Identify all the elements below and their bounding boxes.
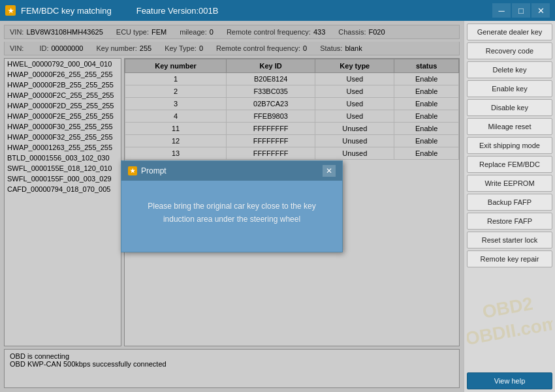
modal-icon: ★ — [128, 166, 137, 175]
right-btn-exit-shipping-mode[interactable]: Exit shipping mode — [467, 137, 552, 154]
modal-body: Please bring the original car key close … — [121, 181, 342, 251]
right-btn-write-eeprom[interactable]: Write EEPROM — [467, 175, 552, 192]
view-help-button[interactable]: View help — [467, 372, 552, 389]
modal-overlay: ★ Prompt ✕ Please bring the original car… — [0, 21, 464, 392]
right-panel: Generate dealer keyRecovery codeDelete k… — [464, 21, 555, 392]
title-bar: ★ FEM/BDC key matching Feature Version:0… — [0, 0, 555, 21]
modal-title-left: ★ Prompt — [128, 166, 166, 175]
minimize-button[interactable]: ─ — [492, 3, 511, 18]
maximize-button[interactable]: □ — [512, 3, 530, 18]
watermark: OBD2OBDII.com — [467, 288, 552, 352]
right-btn-delete-key[interactable]: Delete key — [467, 61, 552, 78]
right-btn-restore-fafp[interactable]: Restore FAFP — [467, 213, 552, 230]
close-button[interactable]: ✕ — [531, 3, 550, 18]
modal-close-button[interactable]: ✕ — [323, 165, 336, 177]
right-btn-remote-key-repair[interactable]: Remote key repair — [467, 250, 552, 267]
modal-message: Please bring the original car key close … — [148, 202, 315, 223]
modal-titlebar: ★ Prompt ✕ — [121, 161, 342, 181]
right-btn-replace-fem/bdc[interactable]: Replace FEM/BDC — [467, 156, 552, 173]
right-btn-mileage-reset[interactable]: Mileage reset — [467, 118, 552, 135]
title-bar-left: ★ FEM/BDC key matching Feature Version:0… — [5, 5, 218, 16]
watermark-area: OBD2OBDII.com — [467, 269, 552, 370]
prompt-modal: ★ Prompt ✕ Please bring the original car… — [121, 160, 343, 252]
window-title: FEM/BDC key matching — [21, 6, 112, 16]
window-controls: ─ □ ✕ — [492, 3, 550, 18]
right-btn-enable-key[interactable]: Enable key — [467, 80, 552, 97]
modal-title: Prompt — [141, 166, 166, 175]
right-btn-recovery-code[interactable]: Recovery code — [467, 42, 552, 59]
right-btn-backup-fafp[interactable]: Backup FAFP — [467, 194, 552, 211]
app-icon: ★ — [5, 5, 16, 16]
right-btn-generate-dealer-key[interactable]: Generate dealer key — [467, 23, 552, 40]
right-btn-reset-starter-lock[interactable]: Reset starter lock — [467, 232, 552, 249]
version-label: Feature Version:001B — [136, 6, 219, 16]
right-btn-disable-key[interactable]: Disable key — [467, 99, 552, 116]
